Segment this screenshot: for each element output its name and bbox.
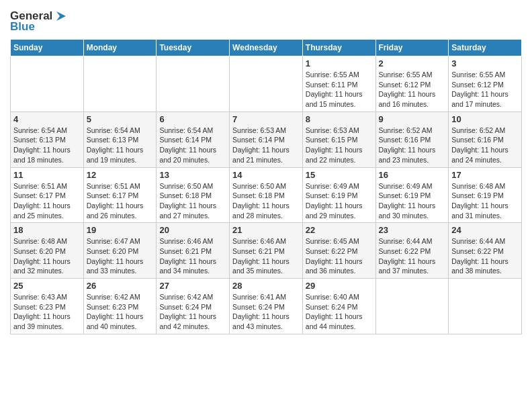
day-info: Sunrise: 6:40 AM Sunset: 6:24 PM Dayligh… — [306, 292, 373, 332]
day-info: Sunrise: 6:41 AM Sunset: 6:24 PM Dayligh… — [232, 292, 300, 332]
calendar-cell: 15Sunrise: 6:49 AM Sunset: 6:19 PM Dayli… — [302, 167, 375, 223]
calendar-week-row: 18Sunrise: 6:48 AM Sunset: 6:20 PM Dayli… — [11, 223, 522, 279]
day-info: Sunrise: 6:52 AM Sunset: 6:16 PM Dayligh… — [379, 126, 446, 165]
calendar-cell: 12Sunrise: 6:51 AM Sunset: 6:17 PM Dayli… — [83, 167, 157, 223]
day-info: Sunrise: 6:52 AM Sunset: 6:16 PM Dayligh… — [451, 126, 519, 165]
calendar-cell: 5Sunrise: 6:54 AM Sunset: 6:13 PM Daylig… — [83, 111, 157, 167]
day-number: 9 — [379, 114, 446, 124]
day-info: Sunrise: 6:54 AM Sunset: 6:13 PM Dayligh… — [87, 126, 154, 165]
svg-marker-0 — [56, 11, 66, 21]
day-of-week-header: Wednesday — [230, 40, 303, 56]
day-info: Sunrise: 6:55 AM Sunset: 6:12 PM Dayligh… — [379, 70, 446, 109]
day-info: Sunrise: 6:54 AM Sunset: 6:14 PM Dayligh… — [159, 126, 226, 165]
day-number: 26 — [87, 281, 154, 291]
calendar-cell: 22Sunrise: 6:45 AM Sunset: 6:22 PM Dayli… — [302, 223, 375, 279]
day-info: Sunrise: 6:49 AM Sunset: 6:19 PM Dayligh… — [306, 181, 373, 221]
calendar-cell: 28Sunrise: 6:41 AM Sunset: 6:24 PM Dayli… — [230, 279, 303, 334]
day-number: 12 — [87, 170, 154, 180]
page-header: General Blue — [10, 7, 522, 34]
day-info: Sunrise: 6:50 AM Sunset: 6:18 PM Dayligh… — [232, 181, 300, 221]
calendar-cell: 23Sunrise: 6:44 AM Sunset: 6:22 PM Dayli… — [375, 223, 449, 279]
day-number: 7 — [232, 114, 300, 124]
day-info: Sunrise: 6:46 AM Sunset: 6:21 PM Dayligh… — [159, 236, 226, 276]
calendar-cell — [230, 56, 303, 112]
day-number: 28 — [232, 281, 300, 291]
day-info: Sunrise: 6:44 AM Sunset: 6:22 PM Dayligh… — [379, 236, 446, 276]
day-number: 2 — [379, 58, 446, 68]
calendar-week-row: 25Sunrise: 6:43 AM Sunset: 6:23 PM Dayli… — [11, 279, 522, 334]
day-number: 16 — [379, 170, 446, 180]
day-number: 22 — [306, 225, 373, 235]
day-info: Sunrise: 6:45 AM Sunset: 6:22 PM Dayligh… — [306, 236, 373, 276]
calendar-cell — [375, 279, 449, 334]
calendar-cell: 24Sunrise: 6:44 AM Sunset: 6:22 PM Dayli… — [449, 223, 522, 279]
calendar-cell: 21Sunrise: 6:46 AM Sunset: 6:21 PM Dayli… — [230, 223, 303, 279]
day-number: 29 — [306, 281, 373, 291]
day-info: Sunrise: 6:42 AM Sunset: 6:24 PM Dayligh… — [159, 292, 226, 332]
day-number: 10 — [451, 114, 519, 124]
day-of-week-header: Tuesday — [157, 40, 230, 56]
calendar: SundayMondayTuesdayWednesdayThursdayFrid… — [10, 39, 522, 334]
day-number: 8 — [306, 114, 373, 124]
day-info: Sunrise: 6:54 AM Sunset: 6:13 PM Dayligh… — [13, 126, 81, 165]
day-number: 1 — [306, 58, 373, 68]
calendar-cell: 20Sunrise: 6:46 AM Sunset: 6:21 PM Dayli… — [157, 223, 230, 279]
day-of-week-header: Thursday — [302, 40, 375, 56]
logo: General Blue — [10, 9, 66, 34]
calendar-cell: 14Sunrise: 6:50 AM Sunset: 6:18 PM Dayli… — [230, 167, 303, 223]
day-of-week-header: Monday — [83, 40, 157, 56]
day-of-week-header: Saturday — [449, 40, 522, 56]
calendar-cell: 18Sunrise: 6:48 AM Sunset: 6:20 PM Dayli… — [11, 223, 84, 279]
day-number: 15 — [306, 170, 373, 180]
day-number: 3 — [451, 58, 519, 68]
day-number: 6 — [159, 114, 226, 124]
logo-blue-text: Blue — [10, 20, 35, 34]
day-info: Sunrise: 6:46 AM Sunset: 6:21 PM Dayligh… — [232, 236, 300, 276]
day-info: Sunrise: 6:55 AM Sunset: 6:11 PM Dayligh… — [306, 70, 373, 109]
day-number: 24 — [451, 225, 519, 235]
day-info: Sunrise: 6:51 AM Sunset: 6:17 PM Dayligh… — [87, 181, 154, 221]
day-info: Sunrise: 6:49 AM Sunset: 6:19 PM Dayligh… — [379, 181, 446, 221]
calendar-cell: 29Sunrise: 6:40 AM Sunset: 6:24 PM Dayli… — [302, 279, 375, 334]
calendar-cell: 6Sunrise: 6:54 AM Sunset: 6:14 PM Daylig… — [157, 111, 230, 167]
day-info: Sunrise: 6:51 AM Sunset: 6:17 PM Dayligh… — [13, 181, 81, 221]
logo-arrow-icon — [54, 10, 66, 22]
calendar-cell: 9Sunrise: 6:52 AM Sunset: 6:16 PM Daylig… — [375, 111, 449, 167]
day-info: Sunrise: 6:53 AM Sunset: 6:14 PM Dayligh… — [232, 126, 300, 165]
day-info: Sunrise: 6:48 AM Sunset: 6:20 PM Dayligh… — [13, 236, 81, 276]
day-number: 23 — [379, 225, 446, 235]
day-info: Sunrise: 6:44 AM Sunset: 6:22 PM Dayligh… — [451, 236, 519, 276]
calendar-cell: 19Sunrise: 6:47 AM Sunset: 6:20 PM Dayli… — [83, 223, 157, 279]
calendar-cell — [83, 56, 157, 112]
calendar-cell: 2Sunrise: 6:55 AM Sunset: 6:12 PM Daylig… — [375, 56, 449, 112]
day-info: Sunrise: 6:43 AM Sunset: 6:23 PM Dayligh… — [13, 292, 81, 332]
calendar-cell: 1Sunrise: 6:55 AM Sunset: 6:11 PM Daylig… — [302, 56, 375, 112]
calendar-cell: 7Sunrise: 6:53 AM Sunset: 6:14 PM Daylig… — [230, 111, 303, 167]
calendar-cell: 26Sunrise: 6:42 AM Sunset: 6:23 PM Dayli… — [83, 279, 157, 334]
day-number: 25 — [13, 281, 81, 291]
calendar-cell — [11, 56, 84, 112]
day-of-week-header: Friday — [375, 40, 449, 56]
calendar-cell — [157, 56, 230, 112]
day-info: Sunrise: 6:47 AM Sunset: 6:20 PM Dayligh… — [87, 236, 154, 276]
day-info: Sunrise: 6:53 AM Sunset: 6:15 PM Dayligh… — [306, 126, 373, 165]
calendar-cell: 3Sunrise: 6:55 AM Sunset: 6:12 PM Daylig… — [449, 56, 522, 112]
calendar-cell: 16Sunrise: 6:49 AM Sunset: 6:19 PM Dayli… — [375, 167, 449, 223]
day-number: 18 — [13, 225, 81, 235]
calendar-week-row: 11Sunrise: 6:51 AM Sunset: 6:17 PM Dayli… — [11, 167, 522, 223]
day-number: 5 — [87, 114, 154, 124]
calendar-cell — [449, 279, 522, 334]
day-of-week-header: Sunday — [11, 40, 84, 56]
calendar-body: 1Sunrise: 6:55 AM Sunset: 6:11 PM Daylig… — [11, 56, 522, 334]
day-number: 14 — [232, 170, 300, 180]
calendar-cell: 25Sunrise: 6:43 AM Sunset: 6:23 PM Dayli… — [11, 279, 84, 334]
day-info: Sunrise: 6:55 AM Sunset: 6:12 PM Dayligh… — [451, 70, 519, 109]
calendar-cell: 17Sunrise: 6:48 AM Sunset: 6:19 PM Dayli… — [449, 167, 522, 223]
calendar-cell: 10Sunrise: 6:52 AM Sunset: 6:16 PM Dayli… — [449, 111, 522, 167]
days-of-week-row: SundayMondayTuesdayWednesdayThursdayFrid… — [11, 40, 522, 56]
day-number: 21 — [232, 225, 300, 235]
day-number: 20 — [159, 225, 226, 235]
day-info: Sunrise: 6:42 AM Sunset: 6:23 PM Dayligh… — [87, 292, 154, 332]
day-number: 11 — [13, 170, 81, 180]
calendar-cell: 27Sunrise: 6:42 AM Sunset: 6:24 PM Dayli… — [157, 279, 230, 334]
